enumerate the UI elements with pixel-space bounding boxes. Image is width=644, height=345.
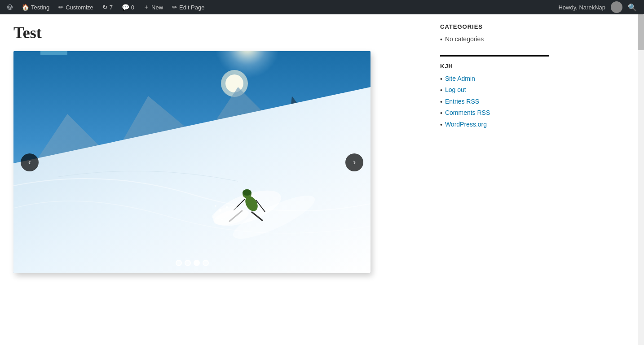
slider-dot-0[interactable]: [176, 260, 182, 266]
comments-icon: 💬: [122, 4, 129, 11]
sidebar-divider: [440, 55, 549, 57]
scrollbar-thumb[interactable]: [638, 14, 644, 50]
scrollbar[interactable]: [638, 14, 644, 345]
no-categories-label: No categories: [445, 35, 484, 43]
log-out-link[interactable]: Log out: [445, 86, 466, 93]
site-icon: 🏠: [22, 4, 29, 11]
kjh-title: KJH: [440, 63, 561, 70]
comments-count: 0: [131, 4, 134, 11]
customize-label: Customize: [66, 4, 93, 11]
slider-image: [13, 51, 371, 273]
search-icon[interactable]: 🔍: [624, 3, 640, 12]
list-item: Site Admin: [440, 75, 561, 84]
comments-rss-link[interactable]: Comments RSS: [445, 109, 490, 116]
updates-button[interactable]: ↻ 7: [99, 0, 116, 14]
slider-dot-2[interactable]: [194, 260, 200, 266]
page-title: Test: [13, 23, 422, 42]
svg-point-21: [226, 206, 228, 209]
user-greeting[interactable]: Howdy, NarekNap: [555, 4, 609, 11]
list-item: WordPress.org: [440, 121, 561, 130]
kjh-list: Site Admin Log out Entries RSS Comments …: [440, 75, 561, 130]
sidebar-kjh: KJH Site Admin Log out Entries RSS Comme…: [440, 63, 561, 130]
avatar[interactable]: [611, 1, 622, 13]
ski-scene-svg: [13, 51, 371, 273]
page-wrapper: Test: [0, 14, 644, 345]
edit-page-button[interactable]: ✏ Edit Page: [168, 0, 208, 14]
site-admin-link[interactable]: Site Admin: [445, 75, 475, 82]
image-slider: ‹ ›: [13, 51, 371, 273]
svg-point-22: [221, 218, 223, 220]
new-icon: ＋: [143, 3, 150, 11]
main-content: Test: [0, 14, 436, 345]
list-item: Comments RSS: [440, 109, 561, 118]
slider-tab: [40, 51, 67, 55]
adminbar-items: 🏠 Testing ✏ Customize ↻ 7 💬 0 ＋ New ✏ Ed…: [4, 0, 555, 14]
list-item: No categories: [440, 35, 561, 44]
updates-count: 7: [110, 4, 113, 11]
admin-bar: 🏠 Testing ✏ Customize ↻ 7 💬 0 ＋ New ✏ Ed…: [0, 0, 644, 14]
edit-icon: ✏: [172, 4, 177, 11]
slider-dot-3[interactable]: [203, 260, 209, 266]
svg-point-20: [215, 205, 216, 207]
list-item: Log out: [440, 86, 561, 95]
slider-dot-1[interactable]: [185, 260, 191, 266]
new-content-button[interactable]: ＋ New: [140, 0, 167, 14]
list-item: Entries RSS: [440, 98, 561, 107]
wp-logo-button[interactable]: [4, 1, 16, 13]
entries-rss-link[interactable]: Entries RSS: [445, 98, 479, 105]
slider-prev-button[interactable]: ‹: [21, 153, 39, 171]
chevron-right-icon: ›: [353, 157, 356, 167]
wordpress-org-link[interactable]: WordPress.org: [445, 121, 487, 128]
wordpress-icon: [7, 3, 13, 12]
site-name-button[interactable]: 🏠 Testing: [18, 0, 53, 14]
customize-icon: ✏: [58, 4, 64, 11]
svg-point-12: [243, 189, 251, 196]
new-label: New: [151, 4, 163, 11]
customize-button[interactable]: ✏ Customize: [55, 0, 97, 14]
sidebar-categories: CATEGORIES No categories: [440, 23, 561, 44]
chevron-left-icon: ‹: [28, 157, 31, 167]
categories-list: No categories: [440, 35, 561, 44]
categories-title: CATEGORIES: [440, 23, 561, 30]
sidebar: CATEGORIES No categories KJH Site Admin …: [436, 14, 570, 345]
adminbar-right: Howdy, NarekNap 🔍: [555, 1, 640, 13]
svg-point-19: [219, 209, 221, 212]
site-name-label: Testing: [31, 4, 49, 11]
slider-dots: [176, 260, 209, 266]
updates-icon: ↻: [102, 4, 108, 11]
edit-page-label: Edit Page: [179, 4, 204, 11]
slider-next-button[interactable]: ›: [345, 153, 363, 171]
comments-button[interactable]: 💬 0: [118, 0, 138, 14]
